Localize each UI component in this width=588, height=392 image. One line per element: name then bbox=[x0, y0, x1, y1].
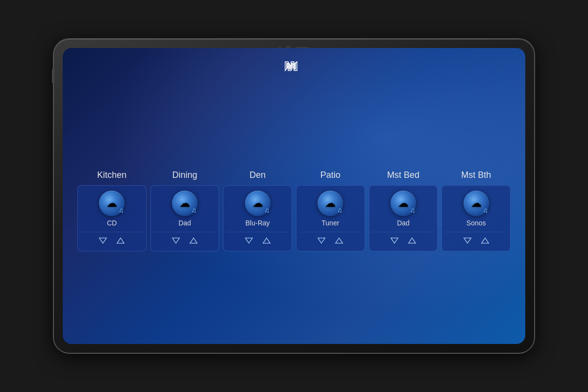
media-icon-kitchen: ☁ ♫ bbox=[99, 191, 124, 216]
vol-up-button-mst-bed[interactable] bbox=[407, 235, 417, 246]
volume-controls-dining bbox=[154, 232, 216, 247]
volume-controls-mst-bth bbox=[445, 232, 507, 247]
media-label-den: Blu-Ray bbox=[245, 219, 270, 227]
svg-marker-4 bbox=[172, 238, 179, 244]
vol-down-button-den[interactable] bbox=[244, 235, 254, 246]
tablet-device: Kitchen ☁ ♫ CD Dining bbox=[54, 39, 534, 353]
zone-label-den: Den bbox=[248, 170, 267, 180]
svg-marker-9 bbox=[336, 238, 343, 244]
volume-controls-den bbox=[226, 232, 289, 247]
zone-column-den: Den ☁ ♫ Blu-Ray bbox=[223, 170, 292, 251]
zone-card-mst-bed[interactable]: ☁ ♫ Dad bbox=[369, 185, 438, 251]
zone-card-kitchen[interactable]: ☁ ♫ CD bbox=[77, 185, 147, 251]
app-header bbox=[63, 48, 525, 82]
media-icon-mst-bed: ☁ ♫ bbox=[391, 191, 416, 216]
vol-up-button-dining[interactable] bbox=[188, 235, 199, 246]
music-note-icon: ♫ bbox=[264, 206, 270, 214]
media-icon-patio: ☁ ♫ bbox=[318, 191, 343, 216]
vol-up-button-kitchen[interactable] bbox=[115, 235, 126, 246]
music-note-icon: ♫ bbox=[483, 206, 488, 214]
music-note-icon: ♫ bbox=[119, 206, 124, 214]
cloud-music-icon: ☁ bbox=[179, 198, 190, 209]
vol-up-button-patio[interactable] bbox=[334, 235, 344, 246]
zone-column-mst-bed: Mst Bed ☁ ♫ Dad bbox=[369, 170, 438, 251]
svg-marker-7 bbox=[263, 238, 270, 244]
content-area: Kitchen ☁ ♫ CD Dining bbox=[63, 82, 525, 344]
zone-column-patio: Patio ☁ ♫ Tuner bbox=[296, 170, 365, 251]
zone-card-patio[interactable]: ☁ ♫ Tuner bbox=[296, 185, 365, 251]
zone-label-mst-bth: Mst Bth bbox=[460, 170, 492, 180]
media-icon-mst-bth: ☁ ♫ bbox=[464, 191, 489, 216]
media-label-kitchen: CD bbox=[107, 219, 117, 227]
svg-marker-2 bbox=[99, 238, 106, 244]
media-label-mst-bed: Dad bbox=[397, 219, 410, 227]
zone-column-dining: Dining ☁ ♫ Dad bbox=[150, 170, 220, 251]
screen: Kitchen ☁ ♫ CD Dining bbox=[63, 48, 525, 344]
svg-marker-13 bbox=[481, 238, 488, 244]
cloud-music-icon: ☁ bbox=[252, 198, 263, 209]
svg-marker-10 bbox=[391, 238, 398, 244]
vol-down-button-dining[interactable] bbox=[171, 235, 181, 246]
vol-down-button-mst-bth[interactable] bbox=[462, 235, 473, 246]
svg-marker-1 bbox=[286, 62, 296, 70]
vol-up-button-mst-bth[interactable] bbox=[480, 235, 490, 246]
zone-label-mst-bed: Mst Bed bbox=[386, 170, 420, 180]
zone-column-kitchen: Kitchen ☁ ♫ CD bbox=[77, 170, 147, 251]
cloud-music-icon: ☁ bbox=[325, 198, 336, 209]
media-icon-dining: ☁ ♫ bbox=[172, 191, 197, 216]
svg-marker-11 bbox=[409, 238, 416, 244]
svg-marker-5 bbox=[190, 238, 197, 244]
vol-up-button-den[interactable] bbox=[261, 235, 272, 246]
zone-column-mst-bth: Mst Bth ☁ ♫ Sonos bbox=[441, 170, 511, 251]
music-note-icon: ♫ bbox=[191, 206, 196, 214]
svg-marker-8 bbox=[318, 238, 325, 244]
vol-down-button-kitchen[interactable] bbox=[98, 235, 108, 246]
brand-logo-icon bbox=[282, 57, 300, 74]
svg-marker-6 bbox=[245, 238, 252, 244]
music-note-icon: ♫ bbox=[337, 206, 343, 214]
zone-label-patio: Patio bbox=[319, 170, 342, 180]
media-icon-den: ☁ ♫ bbox=[245, 191, 270, 216]
vol-down-button-patio[interactable] bbox=[316, 235, 327, 246]
media-label-dining: Dad bbox=[178, 219, 191, 227]
zones-grid: Kitchen ☁ ♫ CD Dining bbox=[77, 170, 511, 251]
zone-card-den[interactable]: ☁ ♫ Blu-Ray bbox=[223, 185, 292, 251]
media-label-patio: Tuner bbox=[321, 219, 339, 227]
zone-card-dining[interactable]: ☁ ♫ Dad bbox=[150, 185, 220, 251]
volume-controls-kitchen bbox=[81, 232, 143, 247]
svg-marker-3 bbox=[117, 238, 124, 244]
side-button[interactable] bbox=[52, 69, 54, 83]
svg-marker-12 bbox=[464, 238, 470, 244]
cloud-music-icon: ☁ bbox=[398, 198, 409, 209]
zone-label-dining: Dining bbox=[171, 170, 198, 180]
music-note-icon: ♫ bbox=[410, 206, 415, 214]
zone-label-kitchen: Kitchen bbox=[96, 170, 127, 180]
vol-down-button-mst-bed[interactable] bbox=[389, 235, 400, 246]
cloud-music-icon: ☁ bbox=[471, 198, 482, 209]
zone-card-mst-bth[interactable]: ☁ ♫ Sonos bbox=[441, 185, 511, 251]
volume-controls-mst-bed bbox=[372, 232, 435, 247]
media-label-mst-bth: Sonos bbox=[466, 219, 486, 227]
volume-controls-patio bbox=[299, 232, 362, 247]
cloud-music-icon: ☁ bbox=[106, 198, 117, 209]
